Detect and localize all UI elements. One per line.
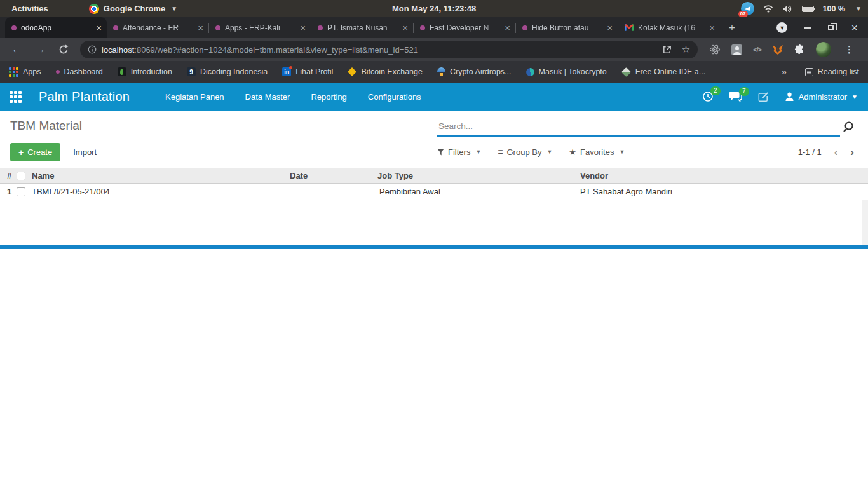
compose-icon xyxy=(758,92,769,102)
system-clock[interactable]: Mon May 24, 11:23:48 xyxy=(392,4,476,13)
bookmark-bitcoin-exchange[interactable]: Bitcoin Exchange xyxy=(348,67,423,76)
tab-hide-button[interactable]: Hide Button atau × xyxy=(516,17,618,38)
bookmark-free-online-ide[interactable]: Free Online IDE a... xyxy=(621,67,705,76)
react-devtools-icon[interactable] xyxy=(709,44,721,55)
group-by-label: Group By xyxy=(506,147,541,157)
browser-profile-avatar[interactable] xyxy=(816,42,831,57)
restore-button[interactable] xyxy=(828,25,834,30)
parachute-icon xyxy=(437,67,445,76)
extensions-puzzle-icon[interactable] xyxy=(794,44,805,55)
tab-close-icon[interactable]: × xyxy=(607,23,613,32)
column-job-type[interactable]: Job Type xyxy=(377,168,413,184)
leaf-icon xyxy=(118,67,126,76)
extensions-row: </> ⋮ xyxy=(704,42,862,57)
activities-systray-button[interactable]: 2 xyxy=(702,91,714,102)
wifi-icon[interactable] xyxy=(763,4,773,13)
row-name[interactable]: TBML/I/21-05-21/004 xyxy=(32,184,110,200)
tab-close-icon[interactable]: × xyxy=(709,23,715,32)
activities-button[interactable]: Activities xyxy=(11,4,48,13)
volume-icon[interactable] xyxy=(782,4,793,13)
bookmark-dashboard[interactable]: Dashboard xyxy=(56,67,103,76)
address-bar[interactable]: localhost:8069/web?#action=1024&model=tb… xyxy=(80,41,698,58)
forward-button[interactable]: → xyxy=(30,43,51,56)
share-icon[interactable] xyxy=(662,45,672,55)
minimize-button[interactable] xyxy=(804,27,811,29)
tab-close-icon[interactable]: × xyxy=(300,23,306,32)
focused-app-menu[interactable]: Google Chrome ▼ xyxy=(89,4,177,14)
tab-attendance[interactable]: Attendance - ER × xyxy=(107,17,208,38)
bookmark-star-icon[interactable]: ☆ xyxy=(682,44,690,55)
search-view xyxy=(437,119,855,137)
gmail-icon xyxy=(625,24,634,31)
tab-close-icon[interactable]: × xyxy=(96,23,102,32)
menu-data-master[interactable]: Data Master xyxy=(245,90,290,104)
user-menu[interactable]: Administrator ▼ xyxy=(785,92,858,102)
pager-previous-icon[interactable]: ‹ xyxy=(834,147,838,158)
bookmark-tokocrypto[interactable]: Masuk | Tokocrypto xyxy=(526,67,607,76)
bookmarks-overflow-icon[interactable]: » xyxy=(782,67,787,77)
chevron-down-icon: ▼ xyxy=(546,149,552,155)
avatar-extension-icon[interactable] xyxy=(731,44,742,55)
url-text[interactable]: localhost:8069/web?#action=1024&model=tb… xyxy=(102,45,657,55)
tab-odooapp[interactable]: odooApp × xyxy=(5,17,107,38)
favorites-dropdown[interactable]: ★ Favorites ▼ xyxy=(569,147,625,157)
create-button[interactable]: + Create xyxy=(10,143,60,161)
column-index[interactable]: # xyxy=(7,168,11,184)
bookmark-lihat-profil[interactable]: in Lihat Profil xyxy=(282,67,333,76)
battery-icon[interactable] xyxy=(802,6,814,12)
tab-fast-developer[interactable]: Fast Developer N × xyxy=(414,17,515,38)
close-window-button[interactable]: × xyxy=(851,22,858,34)
row-checkbox[interactable] xyxy=(17,187,25,196)
system-menu-chevron-icon[interactable]: ▼ xyxy=(855,5,862,12)
ide-gem-icon xyxy=(621,67,632,77)
tab-close-icon[interactable]: × xyxy=(402,23,408,32)
browser-menu-icon[interactable]: ⋮ xyxy=(842,44,857,55)
compose-systray-button[interactable] xyxy=(758,92,769,102)
column-date[interactable]: Date xyxy=(290,168,308,184)
bookmark-apps[interactable]: Apps xyxy=(9,67,41,77)
bookmark-introduction[interactable]: Introduction xyxy=(118,67,172,76)
tab-gmail-inbox[interactable]: Kotak Masuk (16 × xyxy=(618,17,720,38)
code-extension-icon[interactable]: </> xyxy=(753,46,761,53)
odoo-favicon xyxy=(522,25,527,30)
linkedin-icon: in xyxy=(282,67,291,76)
group-by-dropdown[interactable]: ≡ Group By ▼ xyxy=(498,147,552,157)
user-name: Administrator xyxy=(799,92,848,102)
back-button[interactable]: ← xyxy=(6,43,27,56)
row-vendor[interactable]: PT Sahabat Agro Mandiri xyxy=(580,184,672,200)
column-name[interactable]: Name xyxy=(32,168,54,184)
row-index: 1 xyxy=(7,184,11,200)
apps-grid-icon xyxy=(9,67,18,77)
bookmark-label: Bitcoin Exchange xyxy=(361,67,423,76)
select-all-checkbox[interactable] xyxy=(17,172,25,180)
tab-close-icon[interactable]: × xyxy=(198,23,203,32)
tab-pt-ismata[interactable]: PT. Ismata Nusan × xyxy=(311,17,413,38)
menu-configurations[interactable]: Configurations xyxy=(368,90,421,104)
tab-search-button[interactable]: ▼ xyxy=(776,22,787,33)
app-title[interactable]: Palm Plantation xyxy=(39,90,130,104)
bookmark-crypto-airdrops[interactable]: Crypto Airdrops... xyxy=(437,67,512,76)
tab-close-icon[interactable]: × xyxy=(505,23,510,32)
search-icon[interactable] xyxy=(842,121,854,133)
menu-kegiatan-panen[interactable]: Kegiatan Panen xyxy=(165,90,224,104)
page-info-icon[interactable] xyxy=(88,45,97,54)
metamask-icon[interactable] xyxy=(772,44,783,55)
telegram-tray-icon[interactable]: 07 xyxy=(741,2,754,15)
import-button[interactable]: Import xyxy=(73,147,97,157)
apps-menu-icon[interactable] xyxy=(10,91,22,103)
tab-apps-erp[interactable]: Apps - ERP-Kali × xyxy=(209,17,311,38)
search-input[interactable] xyxy=(437,119,840,137)
menu-reporting[interactable]: Reporting xyxy=(311,90,346,104)
messages-systray-button[interactable]: 7 xyxy=(729,92,742,102)
create-label: Create xyxy=(27,147,52,157)
button-row: + Create Import xyxy=(10,143,97,161)
reading-list-button[interactable]: Reading list xyxy=(805,67,859,76)
table-row[interactable]: 1 TBML/I/21-05-21/004 Pembibitan Awal PT… xyxy=(0,184,868,200)
filters-dropdown[interactable]: Filters ▼ xyxy=(437,147,481,157)
column-vendor[interactable]: Vendor xyxy=(580,168,608,184)
pager-next-icon[interactable]: › xyxy=(850,147,854,158)
bookmark-dicoding[interactable]: 9 Dicoding Indonesia xyxy=(187,67,268,76)
new-tab-button[interactable]: + xyxy=(726,22,738,34)
row-job-type[interactable]: Pembibitan Awal xyxy=(379,184,440,200)
reload-button[interactable] xyxy=(58,44,69,55)
